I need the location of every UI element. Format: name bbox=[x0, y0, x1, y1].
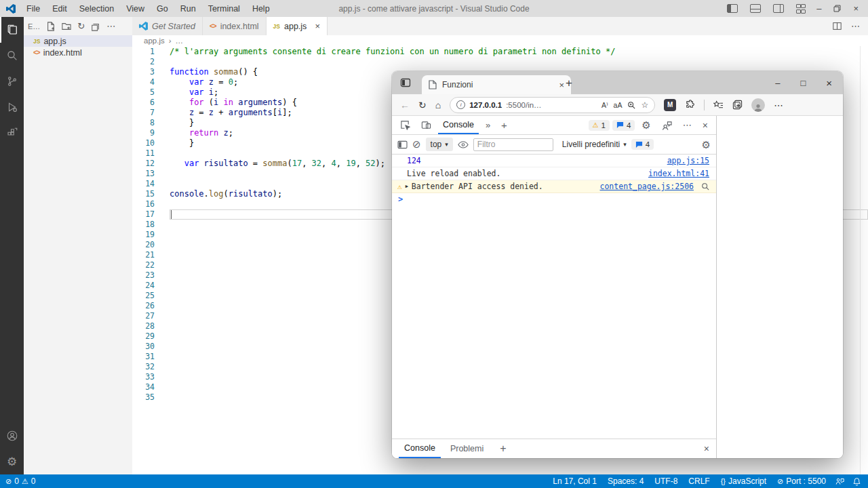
site-info-icon[interactable]: i bbox=[456, 100, 465, 109]
more-options-icon[interactable]: ⋯ bbox=[679, 116, 696, 134]
page-viewport[interactable] bbox=[717, 116, 843, 458]
extensions-puzzle-icon[interactable] bbox=[685, 100, 695, 110]
menu-file[interactable]: File bbox=[21, 3, 45, 15]
add-drawer-tab-icon[interactable]: + bbox=[493, 439, 513, 458]
messages-badge[interactable]: 4 bbox=[631, 139, 654, 150]
minimize-button[interactable]: – bbox=[775, 78, 780, 88]
tab-index-html[interactable]: <> index.html bbox=[203, 17, 267, 35]
accounts-icon[interactable] bbox=[0, 423, 24, 449]
new-folder-icon[interactable] bbox=[62, 22, 71, 31]
add-favorite-star-icon[interactable]: ☆ bbox=[641, 100, 648, 110]
restore-button[interactable] bbox=[833, 5, 841, 12]
search-icon[interactable] bbox=[701, 182, 709, 190]
minimize-button[interactable]: – bbox=[816, 4, 821, 13]
maximize-button[interactable]: □ bbox=[800, 78, 806, 88]
drawer-tab-console[interactable]: Console bbox=[399, 439, 441, 458]
issues-people-icon[interactable] bbox=[658, 116, 676, 134]
search-icon[interactable] bbox=[0, 43, 24, 68]
status-cursor-position[interactable]: Ln 17, Col 1 bbox=[553, 476, 597, 486]
close-tab-icon[interactable]: × bbox=[315, 21, 320, 31]
back-icon[interactable]: ← bbox=[400, 100, 410, 110]
close-button[interactable]: × bbox=[826, 77, 832, 89]
notifications-bell-icon[interactable] bbox=[852, 477, 861, 486]
devtools-tab-console[interactable]: Console bbox=[438, 116, 479, 134]
more-actions-icon[interactable]: ⋯ bbox=[851, 21, 860, 31]
warnings-badge[interactable]: ⚠ 1 bbox=[589, 120, 610, 131]
settings-more-icon[interactable]: ⋯ bbox=[774, 100, 783, 110]
context-selector[interactable]: top ▾ bbox=[426, 138, 453, 151]
status-indentation[interactable]: Spaces: 4 bbox=[608, 476, 644, 486]
zoom-icon[interactable] bbox=[627, 101, 635, 109]
code-text[interactable]: /* l'array arguments consente di creare … bbox=[170, 47, 868, 57]
drawer-tab-problemi[interactable]: Problemi bbox=[445, 439, 489, 458]
file-item-indexhtml[interactable]: <> index.html bbox=[24, 47, 132, 58]
menu-go[interactable]: Go bbox=[151, 3, 174, 15]
m-extension-icon[interactable]: M bbox=[664, 99, 676, 111]
filter-input[interactable] bbox=[473, 138, 553, 151]
feedback-icon[interactable] bbox=[835, 477, 844, 486]
close-tab-icon[interactable]: × bbox=[559, 80, 564, 90]
live-expression-eye-icon[interactable] bbox=[458, 141, 469, 148]
device-emulation-icon[interactable] bbox=[417, 116, 435, 134]
clear-console-icon[interactable]: ⊘ bbox=[412, 138, 421, 150]
explorer-icon[interactable] bbox=[0, 17, 24, 43]
inspect-element-icon[interactable] bbox=[396, 116, 414, 134]
console-settings-icon[interactable]: ⚙ bbox=[702, 140, 711, 150]
new-file-icon[interactable] bbox=[46, 22, 56, 31]
status-language[interactable]: {}JavaScript bbox=[721, 476, 766, 486]
menu-run[interactable]: Run bbox=[175, 3, 201, 15]
address-bar[interactable]: i 127.0.0.1 :5500/in… A⁾ aA ☆ bbox=[450, 97, 655, 113]
menu-help[interactable]: Help bbox=[247, 3, 275, 15]
code-line-2[interactable]: 2 bbox=[132, 57, 868, 67]
customize-layout-icon[interactable] bbox=[796, 4, 804, 14]
tab-app-js[interactable]: JS app.js × bbox=[267, 17, 328, 35]
extensions-icon[interactable] bbox=[0, 120, 24, 146]
more-actions-icon[interactable]: ⋯ bbox=[106, 21, 115, 31]
menu-selection[interactable]: Selection bbox=[74, 3, 119, 15]
settings-gear-icon[interactable]: ⚙ bbox=[0, 449, 24, 474]
add-panel-icon[interactable]: + bbox=[497, 116, 511, 134]
translate-icon[interactable]: aA bbox=[614, 101, 623, 109]
console-source-link[interactable]: app.js:15 bbox=[667, 156, 709, 165]
expand-arrow-icon[interactable]: ▶ bbox=[406, 184, 408, 189]
tab-get-started[interactable]: Get Started bbox=[132, 17, 203, 35]
problems-indicator[interactable]: ⊘ 0 ⚠ 0 bbox=[5, 476, 35, 486]
status-live-server-port[interactable]: ⊘Port : 5500 bbox=[777, 476, 826, 486]
split-editor-icon[interactable] bbox=[833, 22, 842, 30]
console-prompt[interactable]: > bbox=[392, 193, 716, 205]
home-icon[interactable]: ⌂ bbox=[435, 100, 441, 110]
menu-terminal[interactable]: Terminal bbox=[203, 3, 245, 15]
refresh-explorer-icon[interactable]: ↻ bbox=[77, 21, 85, 31]
more-tabs-icon[interactable]: » bbox=[481, 116, 494, 134]
status-encoding[interactable]: UTF-8 bbox=[654, 476, 677, 486]
toggle-panel-icon[interactable] bbox=[750, 4, 761, 13]
toggle-secondary-sidebar-icon[interactable] bbox=[773, 4, 784, 13]
favorites-bar-icon[interactable] bbox=[713, 100, 724, 110]
collections-icon[interactable] bbox=[732, 100, 743, 110]
code-text[interactable] bbox=[170, 57, 868, 67]
status-eol[interactable]: CRLF bbox=[688, 476, 709, 486]
file-item-appjs[interactable]: JS app.js bbox=[24, 35, 132, 47]
console-source-link[interactable]: content_page.js:2506 bbox=[600, 182, 694, 191]
close-drawer-icon[interactable]: × bbox=[704, 439, 709, 458]
profile-avatar[interactable] bbox=[751, 98, 765, 112]
console-source-link[interactable]: index.html:41 bbox=[648, 169, 709, 178]
console-sidebar-icon[interactable] bbox=[397, 140, 408, 149]
messages-badge[interactable]: 4 bbox=[612, 120, 635, 131]
tab-actions-menu-icon[interactable] bbox=[400, 77, 411, 88]
menu-edit[interactable]: Edit bbox=[47, 3, 73, 15]
code-line-1[interactable]: 1/* l'array arguments consente di creare… bbox=[132, 47, 868, 57]
menu-view[interactable]: View bbox=[121, 3, 150, 15]
browser-tab-funzioni[interactable]: Funzioni × bbox=[422, 75, 571, 94]
breadcrumb[interactable]: app.js › … bbox=[132, 35, 868, 46]
close-devtools-icon[interactable]: × bbox=[698, 116, 712, 134]
log-levels-selector[interactable]: Livelli predefiniti ▾ bbox=[562, 140, 627, 149]
source-control-icon[interactable] bbox=[0, 68, 24, 94]
close-button[interactable]: × bbox=[853, 4, 859, 13]
read-aloud-icon[interactable]: A⁾ bbox=[601, 101, 608, 109]
run-debug-icon[interactable] bbox=[0, 94, 24, 120]
devtools-settings-icon[interactable]: ⚙ bbox=[637, 116, 654, 134]
refresh-icon[interactable]: ↻ bbox=[418, 100, 427, 110]
new-tab-icon[interactable]: + bbox=[566, 77, 572, 90]
toggle-sidebar-icon[interactable] bbox=[727, 4, 738, 13]
